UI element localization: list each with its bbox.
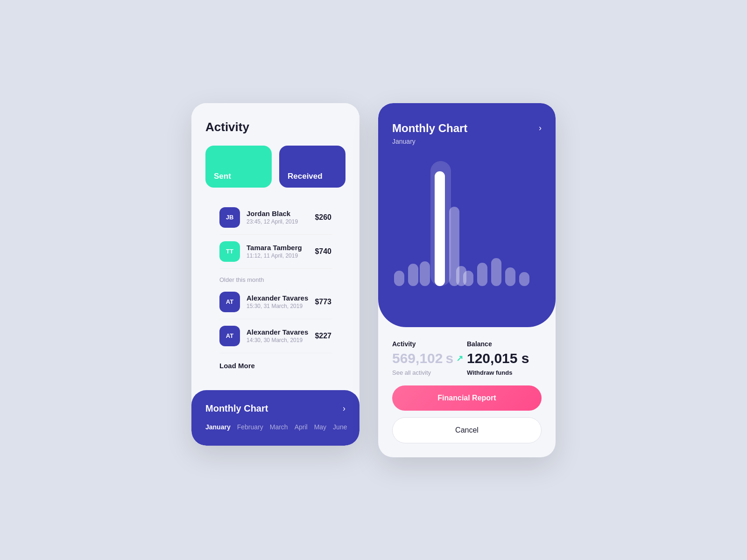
- see-all-activity-link[interactable]: See all activity: [392, 369, 467, 376]
- balance-stat: Balance 120,015 s Withdraw funds: [467, 340, 542, 376]
- right-chart-title: Monthly Chart: [392, 122, 467, 135]
- tx-amount: $773: [315, 298, 331, 306]
- tx-name: Alexander Tavares: [247, 294, 308, 302]
- activity-title: Activity: [205, 120, 345, 134]
- month-tab-june[interactable]: June: [333, 423, 347, 431]
- sent-tab[interactable]: Sent: [205, 146, 272, 188]
- received-tab[interactable]: Received: [279, 146, 345, 188]
- left-card: Activity Sent Received JB Jordan Black 2…: [191, 103, 359, 446]
- tx-name: Alexander Tavares: [247, 328, 308, 336]
- tab-row: Sent Received: [205, 146, 345, 188]
- table-row: TT Tamara Tamberg 11:12, 11 April, 2019 …: [219, 235, 331, 269]
- avatar: AT: [219, 292, 240, 312]
- right-bottom-section: Activity 569,102 s ↗ See all activity Ba…: [378, 327, 556, 457]
- table-row: JB Jordan Black 23:45, 12 April, 2019 $2…: [219, 201, 331, 235]
- activity-label: Activity: [392, 340, 467, 348]
- right-card: Monthly Chart › January: [378, 103, 556, 457]
- tx-date: 11:12, 11 April, 2019: [247, 252, 308, 259]
- svg-rect-8: [505, 267, 515, 286]
- avatar: TT: [219, 241, 240, 262]
- tx-name: Tamara Tamberg: [247, 244, 308, 252]
- older-section-label: Older this month: [219, 269, 331, 285]
- tx-date: 15:30, 31 March, 2019: [247, 303, 308, 309]
- svg-rect-6: [477, 263, 487, 286]
- balance-label: Balance: [467, 340, 542, 348]
- right-month-label: January: [392, 138, 542, 145]
- chart-header: Monthly Chart ›: [205, 403, 345, 414]
- stats-row: Activity 569,102 s ↗ See all activity Ba…: [392, 340, 542, 376]
- load-more-button[interactable]: Load More: [219, 353, 331, 381]
- right-top-section: Monthly Chart › January: [378, 103, 556, 327]
- svg-rect-7: [491, 258, 501, 286]
- cancel-button[interactable]: Cancel: [392, 417, 542, 443]
- tx-date: 23:45, 12 April, 2019: [247, 218, 308, 225]
- transaction-list: JB Jordan Black 23:45, 12 April, 2019 $2…: [205, 201, 345, 381]
- svg-rect-1: [394, 271, 404, 286]
- bar-chart: [392, 156, 542, 296]
- tx-amount: $227: [315, 332, 331, 340]
- left-top-section: Activity Sent Received JB Jordan Black 2…: [191, 103, 359, 390]
- month-tab-may[interactable]: May: [314, 423, 326, 431]
- tx-name: Jordan Black: [247, 210, 308, 217]
- svg-rect-2: [408, 264, 418, 286]
- right-chart-header: Monthly Chart ›: [392, 122, 542, 135]
- chevron-right-icon[interactable]: ›: [343, 404, 345, 413]
- tx-date: 14:30, 30 March, 2019: [247, 337, 308, 343]
- month-tab-january[interactable]: January: [205, 423, 231, 431]
- financial-report-button[interactable]: Financial Report: [392, 385, 542, 411]
- withdraw-funds-link[interactable]: Withdraw funds: [467, 369, 542, 376]
- month-tabs: January February March April May June: [205, 423, 345, 431]
- svg-rect-9: [519, 272, 529, 286]
- avatar: JB: [219, 207, 240, 228]
- svg-rect-3: [435, 171, 445, 286]
- month-tab-february[interactable]: February: [237, 423, 263, 431]
- svg-rect-10: [420, 261, 430, 286]
- tx-amount: $260: [315, 213, 331, 222]
- avatar: AT: [219, 326, 240, 346]
- svg-rect-11: [456, 266, 466, 286]
- table-row: AT Alexander Tavares 14:30, 30 March, 20…: [219, 319, 331, 353]
- activity-value: 569,102 s ↗: [392, 350, 467, 366]
- tx-amount: $740: [315, 247, 331, 256]
- month-tab-march[interactable]: March: [270, 423, 288, 431]
- right-chevron-icon[interactable]: ›: [539, 123, 542, 133]
- app-container: Activity Sent Received JB Jordan Black 2…: [191, 103, 556, 457]
- balance-value: 120,015 s: [467, 350, 542, 366]
- left-bottom-section: Monthly Chart › January February March A…: [191, 390, 359, 446]
- activity-stat: Activity 569,102 s ↗ See all activity: [392, 340, 467, 376]
- chart-title: Monthly Chart: [205, 403, 268, 414]
- month-tab-april[interactable]: April: [295, 423, 308, 431]
- table-row: AT Alexander Tavares 15:30, 31 March, 20…: [219, 285, 331, 319]
- trend-up-icon: ↗: [456, 353, 463, 364]
